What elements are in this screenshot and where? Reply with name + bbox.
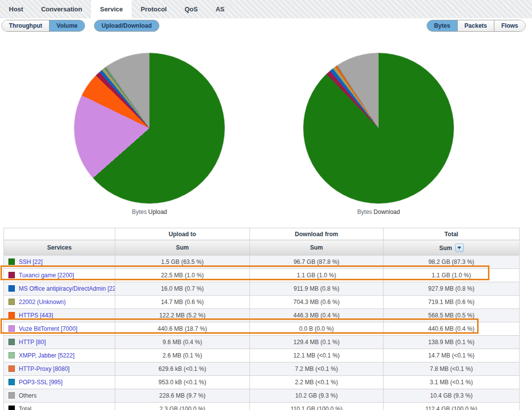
service-link[interactable]: 22002 (Unknown) (19, 299, 66, 306)
group-header-empty (4, 228, 115, 240)
table-row: Total 2.3 GB (100.0 %) 110.1 GB (100.0 %… (4, 403, 520, 410)
service-link[interactable]: POP3-SSL [995] (19, 379, 62, 386)
unit-toggle: Bytes Packets Flows (427, 20, 526, 32)
table-row: 22002 (Unknown) 14.7 MB (0.6 %) 704.3 MB… (4, 296, 520, 309)
upload-sum-cell: 9.6 MB (0.4 %) (115, 336, 250, 349)
service-cell: Vuze BitTorrent [7000] (4, 322, 115, 336)
table-body: SSH [22] 1.5 GB (63.5 %) 96.7 GB (87.8 %… (4, 256, 520, 410)
service-link: Others (19, 392, 37, 399)
tab-qos[interactable]: QoS (176, 0, 207, 18)
service-cell: Total (4, 403, 115, 410)
service-cell: XMPP, Jabber [5222] (4, 349, 115, 362)
download-sum-cell: 704.3 MB (0.6 %) (250, 296, 384, 309)
upload-sum-cell: 16.0 MB (0.7 %) (115, 282, 250, 296)
download-sum-cell: 2.2 MB (<0.1 %) (250, 376, 384, 389)
total-sum-cell: 3.1 MB (<0.1 %) (384, 376, 520, 389)
upload-download-button[interactable]: Upload/Download (94, 20, 159, 32)
tab-host[interactable]: Host (0, 0, 32, 18)
service-link[interactable]: MS Office antipiracy/DirectAdmin [2222] (19, 285, 115, 292)
total-sum-column-header: Sum (384, 240, 520, 256)
upload-pie-label-direction: Upload (148, 208, 167, 215)
service-cell: HTTP [80] (4, 336, 115, 349)
upload-sum-cell: 440.6 MB (18.7 %) (115, 322, 250, 336)
table-row: Others 228.6 MB (9.7 %) 10.2 GB (9.3 %) … (4, 389, 520, 403)
table-row: Vuze BitTorrent [7000] 440.6 MB (18.7 %)… (4, 322, 520, 336)
flows-button[interactable]: Flows (494, 20, 525, 31)
upload-sum-cell: 1.5 GB (63.5 %) (115, 256, 250, 269)
upload-sum-cell: 953.0 kB (<0.1 %) (115, 376, 250, 389)
tab-service[interactable]: Service (91, 0, 132, 18)
service-link: Total (19, 406, 31, 410)
upload-sum-cell: 122.2 MB (5.2 %) (115, 309, 250, 322)
table-row: XMPP, Jabber [5222] 2.6 MB (0.1 %) 12.1 … (4, 349, 520, 362)
upload-pie-chart[interactable] (74, 53, 225, 204)
table-row: SSH [22] 1.5 GB (63.5 %) 96.7 GB (87.8 %… (4, 256, 520, 269)
upload-sum-cell: 2.6 MB (0.1 %) (115, 349, 250, 362)
service-cell: SSH [22] (4, 256, 115, 269)
service-color-swatch (8, 365, 15, 372)
services-column-header: Services (4, 240, 115, 256)
service-color-swatch (8, 352, 15, 359)
tab-bar: HostConversationServiceProtocolQoSAS (0, 0, 532, 18)
service-link[interactable]: HTTP-Proxy [8080] (19, 365, 70, 372)
service-link[interactable]: Vuze BitTorrent [7000] (19, 325, 77, 332)
service-color-swatch (8, 406, 15, 410)
download-sum-cell: 129.4 MB (0.1 %) (250, 336, 384, 349)
download-pie-chart[interactable] (303, 53, 454, 204)
total-sum-label: Sum (439, 245, 452, 252)
throughput-button[interactable]: Throughput (2, 20, 49, 31)
service-color-swatch (8, 392, 15, 399)
service-link[interactable]: HTTP [80] (19, 339, 46, 346)
download-sum-cell: 0.0 B (0.0 %) (250, 322, 384, 336)
upload-sum-cell: 228.6 MB (9.7 %) (115, 389, 250, 403)
table-row: HTTP [80] 9.6 MB (0.4 %) 129.4 MB (0.1 %… (4, 336, 520, 349)
total-sum-cell: 138.9 MB (0.1 %) (384, 336, 520, 349)
download-sum-cell: 911.9 MB (0.8 %) (250, 282, 384, 296)
service-link[interactable]: SSH [22] (19, 258, 43, 265)
total-sum-cell: 14.7 MB (<0.1 %) (384, 349, 520, 362)
service-color-swatch (8, 285, 15, 292)
table-row: HTTP-Proxy [8080] 629.6 kB (<0.1 %) 7.2 … (4, 362, 520, 376)
sort-dropdown-button[interactable] (455, 244, 464, 252)
service-link[interactable]: HTTPS [443] (19, 312, 53, 319)
service-link[interactable]: Tuxanci game [2200] (19, 272, 74, 279)
volume-button[interactable]: Volume (49, 20, 84, 31)
total-sum-cell: 98.2 GB (87.3 %) (384, 256, 520, 269)
download-sum-column-header: Sum (250, 240, 384, 256)
service-cell: MS Office antipiracy/DirectAdmin [2222] (4, 282, 115, 296)
total-sum-cell: 568.5 MB (0.5 %) (384, 309, 520, 322)
download-sum-cell: 7.2 MB (<0.1 %) (250, 362, 384, 376)
upload-sum-cell: 14.7 MB (0.6 %) (115, 296, 250, 309)
group-header-upload-to: Upload to (115, 228, 250, 240)
total-sum-cell: 440.6 MB (0.4 %) (384, 322, 520, 336)
upload-sum-column-header: Sum (115, 240, 250, 256)
service-color-swatch (8, 272, 15, 278)
services-table: Upload to Download from Total Services S… (3, 228, 520, 410)
download-sum-cell: 96.7 GB (87.8 %) (250, 256, 384, 269)
table-row: POP3-SSL [995] 953.0 kB (<0.1 %) 2.2 MB … (4, 376, 520, 389)
service-link[interactable]: XMPP, Jabber [5222] (19, 352, 75, 359)
tab-protocol[interactable]: Protocol (132, 0, 176, 18)
tab-as[interactable]: AS (207, 0, 234, 18)
service-cell: Others (4, 389, 115, 403)
tab-conversation[interactable]: Conversation (32, 0, 91, 18)
group-header-total: Total (384, 228, 520, 240)
total-sum-cell: 7.8 MB (<0.1 %) (384, 362, 520, 376)
service-color-swatch (8, 299, 15, 305)
service-color-swatch (8, 325, 15, 332)
upload-sum-cell: 2.3 GB (100.0 %) (115, 403, 250, 410)
upload-pie-label: BytesUpload (74, 208, 225, 215)
service-color-swatch (8, 312, 15, 318)
packets-button[interactable]: Packets (457, 20, 494, 31)
download-pie-label-unit: Bytes (357, 208, 372, 215)
table-row: HTTPS [443] 122.2 MB (5.2 %) 446.3 MB (0… (4, 309, 520, 322)
total-sum-cell: 719.1 MB (0.6 %) (384, 296, 520, 309)
bytes-button[interactable]: Bytes (427, 20, 457, 31)
download-sum-cell: 110.1 GB (100.0 %) (250, 403, 384, 410)
total-sum-cell: 927.9 MB (0.8 %) (384, 282, 520, 296)
table-row: Tuxanci game [2200] 22.5 MB (1.0 %) 1.1 … (4, 269, 520, 282)
total-sum-cell: 10.4 GB (9.3 %) (384, 389, 520, 403)
download-sum-cell: 12.1 MB (<0.1 %) (250, 349, 384, 362)
chevron-down-icon (457, 247, 461, 249)
total-sum-cell: 112.4 GB (100.0 %) (384, 403, 520, 410)
